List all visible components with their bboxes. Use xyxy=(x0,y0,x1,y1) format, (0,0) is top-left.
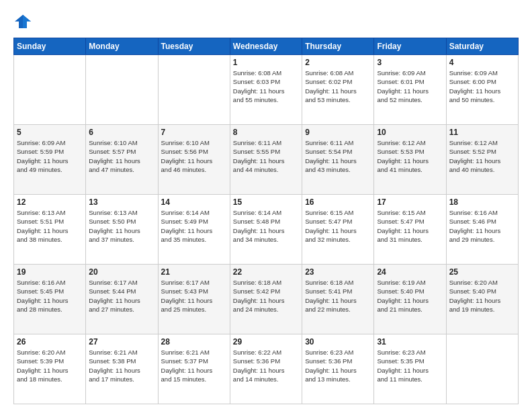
calendar-cell: 11Sunrise: 6:12 AM Sunset: 5:52 PM Dayli… xyxy=(446,125,518,195)
calendar-cell: 10Sunrise: 6:12 AM Sunset: 5:53 PM Dayli… xyxy=(374,125,446,195)
calendar-cell: 6Sunrise: 6:10 AM Sunset: 5:57 PM Daylig… xyxy=(86,125,158,195)
day-number: 24 xyxy=(377,267,443,277)
day-info: Sunrise: 6:18 AM Sunset: 5:42 PM Dayligh… xyxy=(233,278,299,314)
day-info: Sunrise: 6:20 AM Sunset: 5:39 PM Dayligh… xyxy=(17,348,83,383)
day-header-thursday: Thursday xyxy=(302,38,374,55)
day-info: Sunrise: 6:10 AM Sunset: 5:56 PM Dayligh… xyxy=(161,138,227,174)
day-header-monday: Monday xyxy=(86,38,158,55)
day-number: 19 xyxy=(17,267,83,277)
day-info: Sunrise: 6:15 AM Sunset: 5:47 PM Dayligh… xyxy=(377,208,443,244)
day-number: 29 xyxy=(233,337,299,347)
logo xyxy=(13,12,35,31)
day-number: 12 xyxy=(17,197,83,207)
day-info: Sunrise: 6:17 AM Sunset: 5:43 PM Dayligh… xyxy=(161,278,227,314)
day-info: Sunrise: 6:08 AM Sunset: 6:03 PM Dayligh… xyxy=(233,68,299,104)
calendar-cell: 23Sunrise: 6:18 AM Sunset: 5:41 PM Dayli… xyxy=(302,265,374,334)
day-info: Sunrise: 6:12 AM Sunset: 5:53 PM Dayligh… xyxy=(377,138,443,174)
day-number: 20 xyxy=(89,267,154,277)
day-info: Sunrise: 6:20 AM Sunset: 5:40 PM Dayligh… xyxy=(449,278,515,314)
day-number: 10 xyxy=(377,128,443,137)
calendar-cell: 3Sunrise: 6:09 AM Sunset: 6:01 PM Daylig… xyxy=(374,55,446,125)
day-number: 5 xyxy=(17,128,83,137)
day-info: Sunrise: 6:15 AM Sunset: 5:47 PM Dayligh… xyxy=(305,208,371,244)
calendar-week-row: 26Sunrise: 6:20 AM Sunset: 5:39 PM Dayli… xyxy=(14,334,519,404)
day-info: Sunrise: 6:16 AM Sunset: 5:45 PM Dayligh… xyxy=(17,278,83,314)
calendar-cell: 2Sunrise: 6:08 AM Sunset: 6:02 PM Daylig… xyxy=(302,55,374,125)
day-info: Sunrise: 6:17 AM Sunset: 5:44 PM Dayligh… xyxy=(89,278,154,314)
calendar-cell: 5Sunrise: 6:09 AM Sunset: 5:59 PM Daylig… xyxy=(14,125,86,195)
calendar-cell: 29Sunrise: 6:22 AM Sunset: 5:36 PM Dayli… xyxy=(230,334,302,404)
calendar-cell: 28Sunrise: 6:21 AM Sunset: 5:37 PM Dayli… xyxy=(158,334,230,404)
day-number: 21 xyxy=(161,267,227,277)
day-info: Sunrise: 6:11 AM Sunset: 5:54 PM Dayligh… xyxy=(305,138,371,174)
day-info: Sunrise: 6:16 AM Sunset: 5:46 PM Dayligh… xyxy=(449,208,515,244)
calendar-cell xyxy=(14,55,86,125)
day-info: Sunrise: 6:19 AM Sunset: 5:40 PM Dayligh… xyxy=(377,278,443,314)
calendar-table: SundayMondayTuesdayWednesdayThursdayFrid… xyxy=(13,38,519,404)
day-number: 22 xyxy=(233,267,299,277)
day-info: Sunrise: 6:10 AM Sunset: 5:57 PM Dayligh… xyxy=(89,138,154,174)
calendar-cell xyxy=(158,55,230,125)
calendar-cell: 17Sunrise: 6:15 AM Sunset: 5:47 PM Dayli… xyxy=(374,195,446,265)
logo-icon xyxy=(13,12,32,31)
page: SundayMondayTuesdayWednesdayThursdayFrid… xyxy=(0,0,532,411)
calendar-cell: 20Sunrise: 6:17 AM Sunset: 5:44 PM Dayli… xyxy=(86,265,158,334)
day-number: 30 xyxy=(305,337,371,347)
day-info: Sunrise: 6:23 AM Sunset: 5:35 PM Dayligh… xyxy=(377,348,443,383)
calendar-cell: 19Sunrise: 6:16 AM Sunset: 5:45 PM Dayli… xyxy=(14,265,86,334)
day-header-wednesday: Wednesday xyxy=(230,38,302,55)
day-number: 31 xyxy=(377,337,443,347)
calendar-cell: 9Sunrise: 6:11 AM Sunset: 5:54 PM Daylig… xyxy=(302,125,374,195)
day-number: 8 xyxy=(233,128,299,137)
day-number: 23 xyxy=(305,267,371,277)
calendar-cell: 8Sunrise: 6:11 AM Sunset: 5:55 PM Daylig… xyxy=(230,125,302,195)
day-header-tuesday: Tuesday xyxy=(158,38,230,55)
calendar-cell: 12Sunrise: 6:13 AM Sunset: 5:51 PM Dayli… xyxy=(14,195,86,265)
calendar-cell: 25Sunrise: 6:20 AM Sunset: 5:40 PM Dayli… xyxy=(446,265,518,334)
calendar-cell xyxy=(446,334,518,404)
svg-marker-1 xyxy=(23,15,31,28)
calendar-header-row: SundayMondayTuesdayWednesdayThursdayFrid… xyxy=(14,38,519,55)
day-number: 18 xyxy=(449,197,515,207)
day-number: 7 xyxy=(161,128,227,137)
day-info: Sunrise: 6:21 AM Sunset: 5:38 PM Dayligh… xyxy=(89,348,154,383)
day-info: Sunrise: 6:21 AM Sunset: 5:37 PM Dayligh… xyxy=(161,348,227,383)
calendar-cell: 30Sunrise: 6:23 AM Sunset: 5:36 PM Dayli… xyxy=(302,334,374,404)
calendar-week-row: 12Sunrise: 6:13 AM Sunset: 5:51 PM Dayli… xyxy=(14,195,519,265)
day-info: Sunrise: 6:08 AM Sunset: 6:02 PM Dayligh… xyxy=(305,68,371,104)
day-info: Sunrise: 6:22 AM Sunset: 5:36 PM Dayligh… xyxy=(233,348,299,383)
calendar-cell: 4Sunrise: 6:09 AM Sunset: 6:00 PM Daylig… xyxy=(446,55,518,125)
day-header-saturday: Saturday xyxy=(446,38,518,55)
calendar-week-row: 1Sunrise: 6:08 AM Sunset: 6:03 PM Daylig… xyxy=(14,55,519,125)
calendar-cell: 18Sunrise: 6:16 AM Sunset: 5:46 PM Dayli… xyxy=(446,195,518,265)
day-number: 27 xyxy=(89,337,154,347)
day-number: 9 xyxy=(305,128,371,137)
day-number: 25 xyxy=(449,267,515,277)
calendar-cell: 13Sunrise: 6:13 AM Sunset: 5:50 PM Dayli… xyxy=(86,195,158,265)
day-number: 28 xyxy=(161,337,227,347)
day-number: 14 xyxy=(161,197,227,207)
calendar-cell: 16Sunrise: 6:15 AM Sunset: 5:47 PM Dayli… xyxy=(302,195,374,265)
day-header-friday: Friday xyxy=(374,38,446,55)
calendar-cell xyxy=(86,55,158,125)
day-number: 2 xyxy=(305,58,371,67)
day-info: Sunrise: 6:18 AM Sunset: 5:41 PM Dayligh… xyxy=(305,278,371,314)
calendar-cell: 21Sunrise: 6:17 AM Sunset: 5:43 PM Dayli… xyxy=(158,265,230,334)
day-info: Sunrise: 6:09 AM Sunset: 6:00 PM Dayligh… xyxy=(449,68,515,104)
day-info: Sunrise: 6:23 AM Sunset: 5:36 PM Dayligh… xyxy=(305,348,371,383)
day-info: Sunrise: 6:11 AM Sunset: 5:55 PM Dayligh… xyxy=(233,138,299,174)
calendar-week-row: 19Sunrise: 6:16 AM Sunset: 5:45 PM Dayli… xyxy=(14,265,519,334)
calendar-cell: 24Sunrise: 6:19 AM Sunset: 5:40 PM Dayli… xyxy=(374,265,446,334)
day-info: Sunrise: 6:13 AM Sunset: 5:51 PM Dayligh… xyxy=(17,208,83,244)
day-number: 6 xyxy=(89,128,154,137)
calendar-cell: 22Sunrise: 6:18 AM Sunset: 5:42 PM Dayli… xyxy=(230,265,302,334)
calendar-cell: 31Sunrise: 6:23 AM Sunset: 5:35 PM Dayli… xyxy=(374,334,446,404)
day-info: Sunrise: 6:09 AM Sunset: 6:01 PM Dayligh… xyxy=(377,68,443,104)
day-info: Sunrise: 6:09 AM Sunset: 5:59 PM Dayligh… xyxy=(17,138,83,174)
calendar-cell: 27Sunrise: 6:21 AM Sunset: 5:38 PM Dayli… xyxy=(86,334,158,404)
day-number: 15 xyxy=(233,197,299,207)
day-number: 1 xyxy=(233,58,299,67)
calendar-cell: 14Sunrise: 6:14 AM Sunset: 5:49 PM Dayli… xyxy=(158,195,230,265)
day-number: 11 xyxy=(449,128,515,137)
day-header-sunday: Sunday xyxy=(14,38,86,55)
